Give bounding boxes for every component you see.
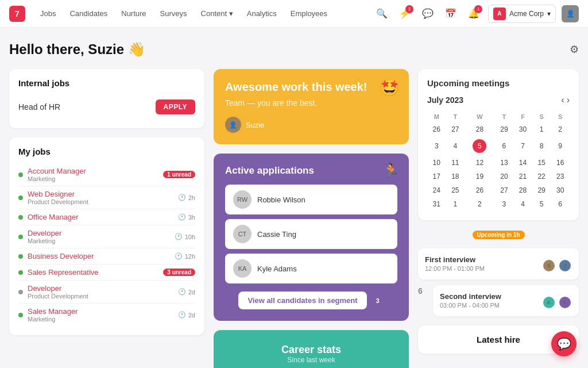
cal-day[interactable]: 26 bbox=[465, 183, 495, 197]
view-all-link[interactable]: View all candidates in segment bbox=[238, 292, 366, 309]
applicant-row[interactable]: RW Robbie Wilson bbox=[225, 185, 397, 214]
cal-day[interactable]: 30 bbox=[513, 122, 532, 136]
cal-day[interactable]: 16 bbox=[551, 156, 570, 170]
cal-day-today[interactable]: 5 bbox=[465, 136, 495, 156]
list-item: Developer Marketing 🕐 10h bbox=[18, 225, 195, 248]
search-button[interactable]: 🔍 bbox=[373, 5, 390, 22]
job-info: Developer Product Development bbox=[28, 284, 178, 300]
meeting-time: 03:00 PM - 04:00 PM bbox=[440, 302, 501, 309]
job-link[interactable]: Business Developer bbox=[28, 252, 175, 260]
job-link[interactable]: Account Manager bbox=[28, 167, 163, 175]
cal-day[interactable]: 3 bbox=[427, 136, 446, 156]
cal-day[interactable]: 1 bbox=[532, 122, 551, 136]
applicant-row[interactable]: KA Kyle Adams bbox=[225, 254, 397, 283]
cal-day[interactable]: 28 bbox=[465, 122, 495, 136]
cal-day[interactable]: 21 bbox=[513, 170, 532, 183]
cal-day-header: S bbox=[551, 111, 570, 122]
nav-surveys[interactable]: Surveys bbox=[154, 7, 193, 20]
cal-day[interactable]: 7 bbox=[513, 136, 532, 156]
notifications-button[interactable]: 🔔 1 bbox=[465, 5, 482, 22]
awesome-emoji: 🤩 bbox=[380, 78, 400, 97]
chat-bubble-button[interactable]: 💬 bbox=[551, 331, 577, 356]
awesome-work-card: 🤩 Awesome work this week! Team — you are… bbox=[214, 69, 409, 144]
cal-day[interactable]: 4 bbox=[513, 197, 532, 211]
job-link[interactable]: Developer bbox=[28, 284, 178, 293]
cal-day[interactable]: 15 bbox=[532, 156, 551, 170]
nav-content[interactable]: Content ▾ bbox=[195, 7, 239, 20]
calendar-next-button[interactable]: › bbox=[567, 95, 570, 105]
cal-day[interactable]: 4 bbox=[446, 136, 465, 156]
status-dot bbox=[18, 195, 23, 200]
middle-column: 🤩 Awesome work this week! Team — you are… bbox=[214, 69, 409, 368]
job-link[interactable]: Developer bbox=[28, 229, 175, 237]
navbar-actions: 🔍 ⚡ 2 💬 📅 🔔 1 A Acme Corp ▾ 👤 bbox=[373, 5, 579, 23]
nav-candidates[interactable]: Candidates bbox=[64, 7, 113, 20]
company-selector[interactable]: A Acme Corp ▾ bbox=[488, 5, 556, 23]
user-avatar[interactable]: 👤 bbox=[562, 5, 579, 22]
awesome-subtitle: Team — you are the best. bbox=[225, 98, 397, 108]
cal-day[interactable]: 29 bbox=[532, 183, 551, 197]
cal-day[interactable]: 23 bbox=[551, 170, 570, 183]
nav-employees[interactable]: Employees bbox=[285, 7, 333, 20]
cal-day[interactable]: 19 bbox=[465, 170, 495, 183]
career-stats-subtitle: Since last week bbox=[227, 356, 395, 364]
job-link[interactable]: Sales Manager bbox=[28, 307, 178, 316]
apply-button[interactable]: APPLY bbox=[156, 99, 195, 114]
cal-day[interactable]: 12 bbox=[465, 156, 495, 170]
cal-day[interactable]: 1 bbox=[446, 197, 465, 211]
cal-day[interactable]: 6 bbox=[551, 197, 570, 211]
cal-day[interactable]: 25 bbox=[446, 183, 465, 197]
cal-day[interactable]: 9 bbox=[551, 136, 570, 156]
job-dept: Product Development bbox=[28, 198, 178, 205]
upcoming-badge: Upcoming in 1h bbox=[473, 231, 525, 239]
cal-day[interactable]: 29 bbox=[495, 122, 514, 136]
cal-day[interactable]: 5 bbox=[532, 197, 551, 211]
active-apps-emoji: 🏃 bbox=[382, 163, 400, 179]
lightning-button[interactable]: ⚡ 2 bbox=[396, 5, 413, 22]
job-row: Head of HR APPLY bbox=[18, 95, 195, 119]
chat-button[interactable]: 💬 bbox=[419, 5, 436, 22]
app-logo[interactable]: 7 bbox=[9, 6, 25, 22]
job-link[interactable]: Sales Representative bbox=[28, 268, 163, 277]
cal-day[interactable]: 22 bbox=[532, 170, 551, 183]
job-time: 🕐 12h bbox=[175, 252, 195, 260]
cal-day[interactable]: 11 bbox=[446, 156, 465, 170]
cal-day[interactable]: 30 bbox=[551, 183, 570, 197]
nav-jobs[interactable]: Jobs bbox=[34, 7, 61, 20]
nav-analytics[interactable]: Analytics bbox=[241, 7, 283, 20]
job-time: 🕐 10h bbox=[175, 233, 195, 240]
cal-day[interactable]: 3 bbox=[495, 197, 514, 211]
cal-day[interactable]: 2 bbox=[465, 197, 495, 211]
cal-day[interactable]: 31 bbox=[427, 197, 446, 211]
calendar-prev-button[interactable]: ‹ bbox=[561, 95, 564, 105]
cal-day[interactable]: 17 bbox=[427, 170, 446, 183]
job-link[interactable]: Web Designer bbox=[28, 190, 178, 198]
cal-day[interactable]: 6 bbox=[495, 136, 514, 156]
cal-day[interactable]: 20 bbox=[495, 170, 514, 183]
list-item: Sales Representative 3 unread bbox=[18, 264, 195, 281]
page-header: Hello there, Suzie 👋 ⚙ bbox=[9, 41, 579, 57]
calendar-card: Upcoming meetings July 2023 ‹ › M T W bbox=[418, 69, 579, 220]
cal-day[interactable]: 28 bbox=[513, 183, 532, 197]
company-dropdown-icon: ▾ bbox=[547, 10, 551, 18]
meeting-item[interactable]: First interview 12:00 PM - 01:00 PM S J bbox=[418, 248, 579, 279]
notifications-badge: 1 bbox=[474, 5, 482, 13]
applicant-row[interactable]: CT Cassie Ting bbox=[225, 219, 397, 249]
cal-day[interactable]: 26 bbox=[427, 122, 446, 136]
job-link[interactable]: Office Manager bbox=[28, 213, 178, 221]
cal-day[interactable]: 8 bbox=[532, 136, 551, 156]
cal-day[interactable]: 2 bbox=[551, 122, 570, 136]
cal-day[interactable]: 27 bbox=[495, 183, 514, 197]
nav-nurture[interactable]: Nurture bbox=[115, 7, 152, 20]
cal-day[interactable]: 10 bbox=[427, 156, 446, 170]
meeting-item[interactable]: Second interview 03:00 PM - 04:00 PM K L bbox=[433, 285, 579, 316]
awesome-user-name: Suzie bbox=[246, 121, 265, 129]
cal-day[interactable]: 13 bbox=[495, 156, 514, 170]
cal-day[interactable]: 24 bbox=[427, 183, 446, 197]
cal-day[interactable]: 27 bbox=[446, 122, 465, 136]
filter-icon[interactable]: ⚙ bbox=[570, 43, 579, 56]
cal-day[interactable]: 18 bbox=[446, 170, 465, 183]
job-time: 🕐 2d bbox=[178, 288, 195, 296]
cal-day[interactable]: 14 bbox=[513, 156, 532, 170]
calendar-button[interactable]: 📅 bbox=[442, 5, 459, 22]
